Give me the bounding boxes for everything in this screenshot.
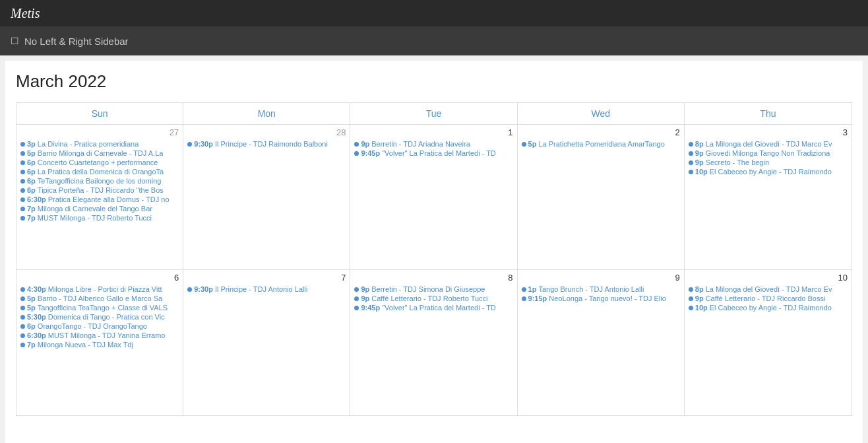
event-dot-icon [689,160,693,165]
event-name: Concerto Cuartetango + performance [38,158,158,166]
event-name: "Volver" La Pratica del Martedi - TD [382,149,496,157]
event-time: 6:30p [27,195,46,203]
calendar-day-cell[interactable]: 91pTango Brunch - TDJ Antonio Lalli9:15p… [518,270,685,415]
event-name: La Milonga del Giovedì - TDJ Marco Ev [706,285,832,293]
event-item[interactable]: 9:30pIl Principe - TDJ Antonio Lalli [187,285,346,293]
day-number: 9 [522,273,680,283]
event-item[interactable]: 7pMUST Milonga - TDJ Roberto Tucci [20,214,179,222]
event-time: 4:30p [27,285,46,293]
event-time: 5p [27,294,36,302]
event-time: 6p [27,168,36,176]
event-dot-icon [20,170,25,174]
event-item[interactable]: 10pEl Cabeceo by Angie - TDJ Raimondo [689,304,848,312]
breadcrumb-bar: ☐ No Left & Right Sidebar [0,26,868,55]
event-item[interactable]: 7pMilonga Nueva - TDJ Max Tdj [20,341,179,349]
event-dot-icon [20,197,25,202]
event-item[interactable]: 6pTipica Porteña - TDJ Riccardo "the Bos [20,186,179,194]
event-dot-icon [20,207,25,211]
event-dot-icon [187,287,192,292]
event-item[interactable]: 6pLa Pratica della Domenica di OrangoTa [20,168,179,176]
event-time: 6p [27,186,36,194]
event-item[interactable]: 6:30pMUST Milonga - TDJ Yanina Erramo [20,331,179,339]
event-item[interactable]: 9pCaffè Letterario - TDJ Riccardo Bossi [689,294,848,302]
event-name: Pratica Elegante alla Domus - TDJ no [48,195,170,203]
day-number: 10 [689,273,848,283]
event-item[interactable]: 9:45p"Volver" La Pratica del Martedi - T… [354,304,512,312]
event-item[interactable]: 5pBarrio - TDJ Alberico Gallo e Marco Sa [20,294,179,302]
event-name: Tipica Porteña - TDJ Riccardo "the Bos [38,186,164,194]
event-time: 6p [27,158,36,166]
event-item[interactable]: 5pTangofficina TeaTango + Classe di VALS [20,304,179,312]
event-name: Milonga di Carnevale del Tango Bar [38,205,152,213]
calendar-week-row: 273pLa Divina - Pratica pomeridiana5pBar… [16,125,852,270]
event-time: 6p [27,177,36,185]
event-name: Domenica di Tango - Pratica con Vic [48,313,165,321]
calendar-day-cell[interactable]: 38pLa Milonga del Giovedì - TDJ Marco Ev… [685,125,852,269]
event-time: 1p [528,285,537,293]
event-name: Giovedi Milonga Tango Non Tradiziona [706,149,830,157]
calendar-day-cell[interactable]: 273pLa Divina - Pratica pomeridiana5pBar… [16,125,183,269]
calendar-day-cell[interactable]: 64:30pMilonga Libre - Portici di Piazza … [16,270,183,415]
event-name: La Pratichetta Pomeridiana AmarTango [538,140,664,148]
event-item[interactable]: 4:30pMilonga Libre - Portici di Piazza V… [20,285,179,293]
calendar-day-cell[interactable]: 25pLa Pratichetta Pomeridiana AmarTango [518,125,685,269]
event-dot-icon [689,142,693,147]
event-time: 10p [695,168,708,176]
event-dot-icon [20,315,25,320]
event-time: 10p [695,304,708,312]
event-item[interactable]: 7pMilonga di Carnevale del Tango Bar [20,205,179,213]
event-item[interactable]: 8pLa Milonga del Giovedì - TDJ Marco Ev [689,140,848,148]
event-item[interactable]: 9pBerretin - TDJ Ariadna Naveira [354,140,512,148]
event-item[interactable]: 9pBerretin - TDJ Simona Di Giuseppe [354,285,512,293]
event-item[interactable]: 9:15pNeoLonga - Tango nuevo! - TDJ Elio [522,294,680,302]
day-number: 3 [689,127,848,137]
event-time: 5p [528,140,537,148]
event-time: 9p [361,140,369,148]
calendar-day-cell[interactable]: 108pLa Milonga del Giovedì - TDJ Marco E… [685,270,852,415]
event-dot-icon [522,296,526,301]
event-item[interactable]: 5:30pDomenica di Tango - Pratica con Vic [20,313,179,321]
event-dot-icon [20,188,25,193]
event-item[interactable]: 3pLa Divina - Pratica pomeridiana [20,140,179,148]
event-dot-icon [20,343,25,347]
calendar-day-cell[interactable]: 19pBerretin - TDJ Ariadna Naveira9:45p"V… [350,125,517,269]
event-item[interactable]: 6pConcerto Cuartetango + performance [20,158,179,166]
event-item[interactable]: 9pSecreto - The begin [689,158,848,166]
event-item[interactable]: 9pCaffè Letterario - TDJ Roberto Tucci [354,294,512,302]
event-name: Berretin - TDJ Ariadna Naveira [371,140,470,148]
calendar-week-row: 64:30pMilonga Libre - Portici di Piazza … [16,270,852,415]
event-item[interactable]: 9:45p"Volver" La Pratica del Martedi - T… [354,149,512,157]
event-item[interactable]: 6pTeTangofficina Bailongo de los doming [20,177,179,185]
event-item[interactable]: 6:30pPratica Elegante alla Domus - TDJ n… [20,195,179,203]
event-name: Secreto - The begin [706,158,769,166]
event-dot-icon [20,151,25,156]
event-item[interactable]: 10pEl Cabeceo by Angie - TDJ Raimondo [689,168,848,176]
event-name: Milonga Nueva - TDJ Max Tdj [38,341,133,349]
calendar-day-cell[interactable]: 89pBerretin - TDJ Simona Di Giuseppe9pCa… [350,270,517,415]
main-content: March 2022 Sun Mon Tue Wed Thu 273pLa Di… [5,61,863,443]
day-number: 28 [187,127,346,137]
event-item[interactable]: 9:30pIl Principe - TDJ Raimondo Balboni [187,140,346,148]
event-item[interactable]: 9pGiovedi Milonga Tango Non Tradiziona [689,149,848,157]
header-thu: Thu [685,103,852,124]
event-name: La Pratica della Domenica di OrangoTa [38,168,164,176]
event-dot-icon [187,142,192,147]
event-dot-icon [20,306,25,310]
event-time: 8p [695,285,704,293]
event-dot-icon [522,287,526,292]
event-name: MUST Milonga - TDJ Roberto Tucci [38,214,152,222]
event-time: 5p [27,149,36,157]
calendar-day-cell[interactable]: 289:30pIl Principe - TDJ Raimondo Balbon… [183,125,350,269]
event-name: Barrio Milonga di Carnevale - TDJ A.La [38,149,164,157]
event-name: "Volver" La Pratica del Martedi - TD [382,304,496,312]
event-item[interactable]: 5pLa Pratichetta Pomeridiana AmarTango [522,140,680,148]
event-name: MUST Milonga - TDJ Yanina Erramo [48,331,166,339]
calendar-day-cell[interactable]: 79:30pIl Principe - TDJ Antonio Lalli [183,270,350,415]
event-item[interactable]: 5pBarrio Milonga di Carnevale - TDJ A.La [20,149,179,157]
event-item[interactable]: 8pLa Milonga del Giovedì - TDJ Marco Ev [689,285,848,293]
sidebar-toggle-icon[interactable]: ☐ [11,36,19,46]
event-item[interactable]: 1pTango Brunch - TDJ Antonio Lalli [522,285,680,293]
event-item[interactable]: 6pOrangoTango - TDJ OrangoTango [20,322,179,330]
event-name: TeTangofficina Bailongo de los doming [38,177,162,185]
event-dot-icon [20,216,25,221]
